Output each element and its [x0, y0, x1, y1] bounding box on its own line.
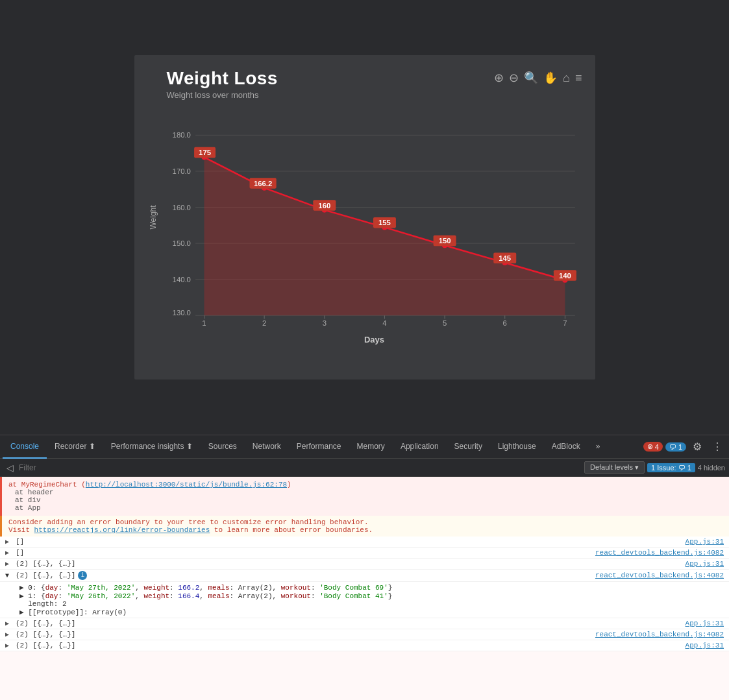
warn-link[interactable]: https://reactjs.org/link/error-boundarie…: [34, 526, 210, 534]
svg-text:3: 3: [322, 319, 326, 327]
chart-subtitle: Weight loss over months: [167, 90, 278, 100]
chart-toolbar: ⊕ ⊖ 🔍 ✋ ⌂ ≡: [494, 71, 582, 85]
console-toolbar: ◁ Default levels ▾ 1 Issue: 🗩 1 4 hidden: [0, 459, 729, 477]
log-content-3: (2) [{…}, {…}]: [16, 560, 75, 568]
tab-lighthouse[interactable]: Lighthouse: [490, 435, 544, 459]
devtools-tabs: Console Recorder ⬆ Performance insights …: [0, 435, 729, 459]
log-source-5[interactable]: App.js:31: [686, 620, 724, 627]
svg-text:5: 5: [442, 319, 446, 327]
label-3: 160: [318, 202, 330, 210]
svg-text:160.0: 160.0: [172, 204, 190, 211]
log-source-7[interactable]: App.js:31: [686, 642, 724, 649]
main-content: Weight Loss Weight loss over months ⊕ ⊖ …: [0, 0, 729, 435]
expanded-line-2: ▶ 1: {day: 'May 26th, 2022', weight: 166…: [19, 592, 724, 600]
message-badge[interactable]: 🗩 1: [665, 442, 686, 452]
console-warn-block: Consider adding an error boundary to you…: [0, 516, 729, 537]
expand-arrow-6: ▶: [5, 631, 13, 638]
hidden-count: 4 hidden: [698, 464, 725, 472]
expand-arrow-3: ▶: [5, 560, 13, 568]
log-content-7: (2) [{…}, {…}]: [16, 642, 75, 649]
tab-sources[interactable]: Sources: [201, 435, 245, 459]
log-expanded-content: ▶ 0: {day: 'May 27th, 2022', weight: 166…: [0, 582, 729, 618]
default-levels-button[interactable]: Default levels ▾: [584, 461, 645, 474]
chart-title-block: Weight Loss Weight loss over months: [167, 68, 278, 100]
zoom-in-icon[interactable]: ⊕: [494, 71, 504, 85]
error-line-1: at MyRegimeChart (http://localhost:3000/…: [8, 481, 291, 489]
error-line-3: at div: [8, 496, 723, 504]
settings-icon[interactable]: ⚙: [689, 441, 706, 453]
svg-text:4: 4: [382, 319, 386, 327]
warn-line-1: Consider adding an error boundary to you…: [8, 518, 369, 526]
log-source-2[interactable]: react_devtools_backend.js:4082: [595, 549, 724, 557]
tab-network[interactable]: Network: [245, 435, 289, 459]
tab-performance-insights[interactable]: Performance insights ⬆: [103, 435, 201, 459]
log-source-6[interactable]: react_devtools_backend.js:4082: [595, 631, 724, 638]
tab-application[interactable]: Application: [393, 435, 447, 459]
expanded-line-3: length: 2: [19, 600, 724, 608]
console-content: at MyRegimeChart (http://localhost:3000/…: [0, 477, 729, 700]
tab-console[interactable]: Console: [3, 435, 47, 459]
label-7: 140: [558, 272, 571, 280]
more-options-icon[interactable]: ⋮: [708, 441, 726, 453]
svg-text:7: 7: [563, 319, 567, 327]
warn-line-2: Visit https://reactjs.org/link/error-bou…: [8, 526, 373, 534]
log-source-3[interactable]: App.js:31: [686, 560, 724, 568]
tab-adblock[interactable]: AdBlock: [544, 435, 588, 459]
expand-arrow-2: ▶: [5, 549, 13, 557]
zoom-out-icon[interactable]: ⊖: [509, 71, 519, 85]
label-4: 155: [378, 219, 391, 226]
console-log-section: ▶ [] App.js:31 ▶ [] react_devtools_backe…: [0, 537, 729, 651]
svg-text:130.0: 130.0: [172, 309, 190, 317]
label-5: 150: [438, 237, 451, 245]
tab-right-controls: ⊗ 4 🗩 1 ⚙ ⋮: [643, 441, 726, 453]
expand-arrow-4: ▼: [5, 572, 13, 579]
tab-more[interactable]: »: [588, 435, 608, 459]
log-source-4[interactable]: react_devtools_backend.js:4082: [595, 572, 724, 579]
tab-performance[interactable]: Performance: [289, 435, 349, 459]
label-6: 145: [499, 254, 511, 262]
svg-text:170.0: 170.0: [172, 167, 190, 175]
tab-recorder[interactable]: Recorder ⬆: [47, 435, 103, 459]
sidebar-toggle[interactable]: ◁: [4, 463, 16, 473]
svg-text:180.0: 180.0: [172, 131, 190, 139]
expanded-line-1: ▶ 0: {day: 'May 27th, 2022', weight: 166…: [19, 583, 724, 592]
label-2: 166.2: [253, 180, 271, 187]
tab-memory[interactable]: Memory: [349, 435, 393, 459]
menu-icon[interactable]: ≡: [575, 71, 582, 85]
filter-input[interactable]: [19, 463, 582, 472]
svg-text:1: 1: [202, 319, 206, 327]
log-row-5[interactable]: ▶ (2) [{…}, {…}] App.js:31: [0, 618, 729, 629]
log-row-6[interactable]: ▶ (2) [{…}, {…}] react_devtools_backend.…: [0, 629, 729, 640]
log-row-3[interactable]: ▶ (2) [{…}, {…}] App.js:31: [0, 559, 729, 570]
log-content-2: []: [16, 549, 24, 557]
pan-icon[interactable]: ✋: [543, 71, 558, 85]
chart-svg-wrapper: 180.0 170.0 160.0 150.0 140.0 130.0 1 2 …: [167, 105, 582, 332]
log-content-6: (2) [{…}, {…}]: [16, 631, 75, 638]
svg-text:140.0: 140.0: [172, 276, 190, 284]
error-badge[interactable]: ⊗ 4: [643, 442, 663, 452]
expand-arrow-7: ▶: [5, 642, 13, 649]
zoom-icon[interactable]: 🔍: [524, 71, 538, 85]
log-row-4[interactable]: ▼ (2) [{…}, {…}] i react_devtools_backen…: [0, 570, 729, 582]
error-line-4: at App: [8, 504, 723, 512]
log-content-1: []: [16, 538, 24, 546]
error-line-2: at header: [8, 489, 723, 496]
expand-arrow-1: ▶: [5, 538, 13, 546]
home-icon[interactable]: ⌂: [563, 71, 570, 85]
log-row-7[interactable]: ▶ (2) [{…}, {…}] App.js:31: [0, 640, 729, 651]
log-row-1[interactable]: ▶ [] App.js:31: [0, 537, 729, 548]
expanded-line-4: ▶ [[Prototype]]: Array(0): [19, 608, 724, 616]
log-content-5: (2) [{…}, {…}]: [16, 620, 75, 627]
devtools-panel: Console Recorder ⬆ Performance insights …: [0, 435, 729, 700]
expand-arrow-5: ▶: [5, 620, 13, 627]
x-axis-label: Days: [167, 335, 582, 344]
log-row-2[interactable]: ▶ [] react_devtools_backend.js:4082: [0, 548, 729, 559]
log-content-4: (2) [{…}, {…}]: [16, 572, 75, 579]
chart-container: Weight Loss Weight loss over months ⊕ ⊖ …: [134, 55, 595, 380]
chart-header: Weight Loss Weight loss over months ⊕ ⊖ …: [167, 68, 582, 100]
issues-badge[interactable]: 1 Issue: 🗩 1: [647, 463, 695, 472]
log-source-1[interactable]: App.js:31: [686, 538, 724, 546]
tab-security[interactable]: Security: [447, 435, 490, 459]
error-link-1[interactable]: http://localhost:3000/static/js/bundle.j…: [86, 481, 287, 489]
console-error-block: at MyRegimeChart (http://localhost:3000/…: [0, 477, 729, 516]
